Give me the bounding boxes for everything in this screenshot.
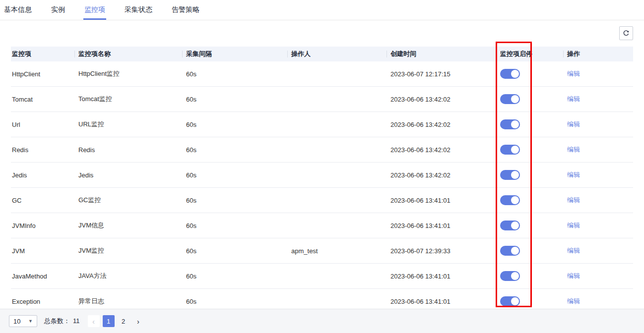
cell-interval: 60s	[182, 121, 287, 128]
cell-name: GC监控	[74, 196, 182, 205]
cell-interval: 60s	[182, 197, 287, 204]
tab-label: 监控项	[84, 5, 105, 14]
monitoring-items-table: 监控项 监控项名称 采集间隔 操作人 创建时间 监控项启停 操作 HttpCli…	[11, 47, 633, 314]
cell-name: Redis	[74, 146, 182, 154]
enable-toggle[interactable]	[500, 69, 520, 79]
table-body: HttpClient HttpClient监控 60s 2023-06-07 1…	[11, 61, 633, 314]
tab-collection-status[interactable]: 采集状态	[125, 0, 152, 20]
cell-created: 2023-06-06 13:42:02	[386, 96, 496, 103]
cell-name: JVM监控	[74, 246, 182, 255]
tab-monitoring-items[interactable]: 监控项	[84, 0, 105, 20]
cell-item: HttpClient	[11, 70, 74, 78]
cell-name: Jedis	[74, 171, 182, 179]
table-header-row: 监控项 监控项名称 采集间隔 操作人 创建时间 监控项启停 操作	[11, 47, 633, 61]
table-row: HttpClient HttpClient监控 60s 2023-06-07 1…	[11, 61, 633, 87]
edit-link[interactable]: 编辑	[567, 297, 580, 305]
cell-interval: 60s	[182, 96, 287, 103]
tab-label: 采集状态	[125, 5, 152, 14]
enable-toggle[interactable]	[500, 195, 520, 205]
table-row: Redis Redis 60s 2023-06-06 13:42:02 编辑	[11, 137, 633, 163]
prev-page-button[interactable]: ‹	[88, 315, 100, 327]
next-icon: ›	[137, 317, 139, 326]
cell-action: 编辑	[563, 196, 633, 205]
enable-toggle[interactable]	[500, 246, 520, 256]
cell-enabled	[496, 145, 563, 155]
table-row: GC GC监控 60s 2023-06-06 13:41:01 编辑	[11, 188, 633, 213]
cell-action: 编辑	[563, 69, 633, 78]
enable-toggle[interactable]	[500, 145, 520, 155]
cell-interval: 60s	[182, 222, 287, 229]
cell-enabled	[496, 221, 563, 230]
cell-enabled	[496, 119, 563, 129]
cell-action: 编辑	[563, 297, 633, 306]
cell-interval: 60s	[182, 146, 287, 154]
cell-item: Url	[11, 121, 74, 128]
edit-link[interactable]: 编辑	[567, 196, 580, 204]
cell-enabled	[496, 271, 563, 281]
cell-enabled	[496, 69, 563, 79]
edit-link[interactable]: 编辑	[567, 272, 580, 279]
prev-icon: ‹	[92, 317, 95, 326]
edit-link[interactable]: 编辑	[567, 146, 580, 153]
cell-item: Redis	[11, 146, 74, 154]
cell-created: 2023-06-06 13:41:01	[386, 298, 496, 305]
table-row: Url URL监控 60s 2023-06-06 13:42:02 编辑	[11, 112, 633, 137]
page-button-2[interactable]: 2	[118, 315, 129, 327]
col-header-operator: 操作人	[287, 47, 386, 61]
tab-label: 告警策略	[172, 5, 199, 14]
tab-instance[interactable]: 实例	[51, 0, 65, 20]
cell-item: Tomcat	[11, 96, 74, 103]
enable-toggle[interactable]	[500, 271, 520, 281]
edit-link[interactable]: 编辑	[567, 120, 580, 128]
enable-toggle[interactable]	[500, 221, 520, 230]
cell-action: 编辑	[563, 246, 633, 255]
page-size-select[interactable]: 10 ▼	[9, 315, 37, 327]
enable-toggle[interactable]	[500, 296, 520, 306]
col-header-created: 创建时间	[386, 47, 496, 61]
tab-label: 实例	[51, 5, 65, 14]
cell-enabled	[496, 246, 563, 256]
page-number: 2	[122, 318, 125, 325]
cell-action: 编辑	[563, 272, 633, 280]
cell-item: JVM	[11, 247, 74, 255]
cell-action: 编辑	[563, 95, 633, 104]
total-count-value: 11	[73, 317, 80, 325]
cell-action: 编辑	[563, 145, 633, 154]
tab-label: 基本信息	[4, 5, 32, 14]
enable-toggle[interactable]	[500, 119, 520, 129]
cell-enabled	[496, 195, 563, 205]
table-row: JVMInfo JVM信息 60s 2023-06-06 13:41:01 编辑	[11, 213, 633, 238]
tab-alarm-policy[interactable]: 告警策略	[172, 0, 199, 20]
refresh-button[interactable]	[619, 26, 633, 40]
edit-link[interactable]: 编辑	[567, 70, 580, 77]
cell-name: JAVA方法	[74, 272, 182, 280]
cell-interval: 60s	[182, 171, 287, 179]
refresh-icon	[623, 30, 630, 37]
enable-toggle[interactable]	[500, 170, 520, 180]
table-row: JavaMethod JAVA方法 60s 2023-06-06 13:41:0…	[11, 264, 633, 289]
tab-basic-info[interactable]: 基本信息	[4, 0, 32, 20]
edit-link[interactable]: 编辑	[567, 95, 580, 103]
cell-item: Exception	[11, 298, 74, 305]
cell-action: 编辑	[563, 170, 633, 179]
cell-created: 2023-06-07 12:17:15	[386, 70, 496, 78]
cell-enabled	[496, 296, 563, 306]
enable-toggle[interactable]	[500, 94, 520, 104]
next-page-button[interactable]: ›	[132, 315, 144, 327]
cell-interval: 60s	[182, 298, 287, 305]
page-button-1[interactable]: 1	[103, 315, 115, 327]
edit-link[interactable]: 编辑	[567, 247, 580, 254]
col-header-item: 监控项	[11, 47, 74, 61]
cell-created: 2023-06-06 13:42:02	[386, 146, 496, 154]
cell-name: JVM信息	[74, 221, 182, 230]
total-count-label: 总条数：	[44, 317, 70, 325]
col-header-enabled: 监控项启停	[496, 47, 563, 61]
edit-link[interactable]: 编辑	[567, 171, 580, 178]
edit-link[interactable]: 编辑	[567, 222, 580, 229]
total-count: 总条数：11	[44, 317, 80, 326]
cell-interval: 60s	[182, 247, 287, 255]
cell-name: HttpClient监控	[74, 69, 182, 78]
cell-created: 2023-06-06 13:42:02	[386, 121, 496, 128]
cell-created: 2023-06-06 13:41:01	[386, 222, 496, 229]
cell-created: 2023-06-06 13:41:01	[386, 197, 496, 204]
